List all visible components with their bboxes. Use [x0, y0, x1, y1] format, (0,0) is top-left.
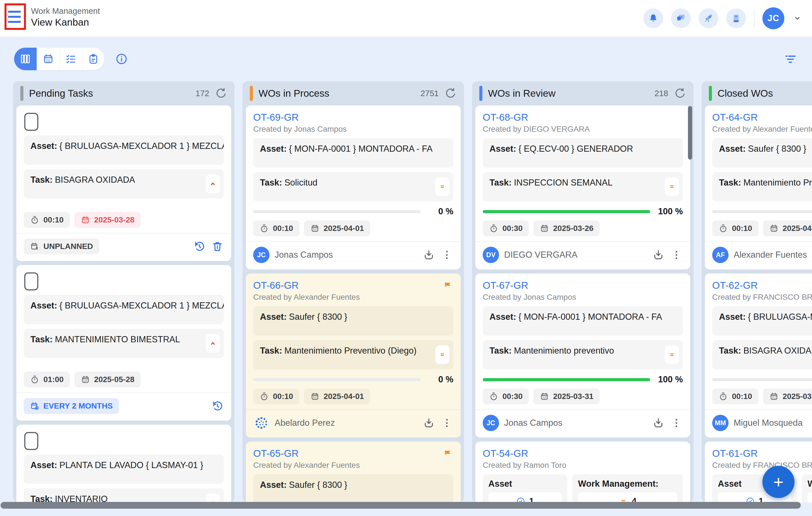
- account-menu-button[interactable]: [792, 13, 803, 23]
- progress-track: [712, 210, 812, 213]
- progress-percent: 0 %: [428, 206, 453, 217]
- field-value: INVENTARIO: [55, 494, 108, 503]
- priority-button[interactable]: [665, 345, 679, 364]
- work-order-card[interactable]: OT-65-GR Created by Alexander Fuentes As…: [246, 441, 461, 503]
- column-scrollbar-thumb[interactable]: [688, 106, 692, 160]
- rocket-icon: [703, 13, 714, 24]
- download-button[interactable]: [422, 249, 435, 261]
- column-refresh-button[interactable]: [674, 87, 686, 99]
- chevron-up-icon: [209, 180, 217, 188]
- flag-icon: [443, 449, 453, 460]
- docs-button[interactable]: [726, 8, 746, 28]
- work-order-link[interactable]: OT-66-GR: [253, 279, 298, 291]
- progress-row: 0 %: [253, 374, 453, 384]
- column-refresh-button[interactable]: [215, 87, 227, 99]
- clipboard-view-button[interactable]: [82, 48, 104, 70]
- task-checkbox[interactable]: [24, 432, 38, 450]
- chips-row: 00:10 2025-04-01: [253, 221, 453, 236]
- field-value: { BRULUAGSA-MEXCLADOR 1 } MEZCLADOR 1: [59, 300, 224, 311]
- history-button[interactable]: [211, 400, 224, 412]
- task-card[interactable]: Asset:{ BRULUAGSA-MEXCLADOR 1 } MEZCLADO…: [16, 106, 231, 261]
- task-field: Task:Mantenimiento Preventivo: [712, 172, 812, 201]
- card-menu-button[interactable]: [440, 417, 453, 429]
- estimated-time-chip: 00:10: [253, 389, 299, 404]
- card-footer: UNPLANNED: [24, 237, 224, 255]
- delete-button[interactable]: [211, 240, 224, 253]
- column-refresh-button[interactable]: [444, 87, 457, 99]
- task-card[interactable]: Asset:PLANTA DE LAVADO { LASMAY-01 } Tas…: [16, 425, 231, 503]
- whats-new-button[interactable]: [699, 8, 718, 28]
- work-order-card[interactable]: OT-64-GR Created by Alexander Fuentes As…: [705, 106, 812, 269]
- filter-button[interactable]: [783, 52, 798, 66]
- progress-row: 100 %: [483, 206, 683, 217]
- progress-percent: 100 %: [657, 206, 683, 217]
- column-title: Closed WOs: [718, 88, 812, 99]
- work-order-link[interactable]: OT-68-GR: [483, 111, 528, 123]
- column-title: WOs in Process: [259, 88, 415, 99]
- chips-row: 00:30 2025-03-31: [483, 389, 683, 404]
- work-order-link[interactable]: OT-67-GR: [483, 279, 528, 291]
- task-field: Task:Solicitud: [253, 172, 453, 201]
- kanban-view-button[interactable]: [14, 48, 37, 70]
- notifications-button[interactable]: [643, 8, 663, 28]
- work-order-card[interactable]: OT-67-GR Created by Jonas Campos Asset:{…: [475, 274, 690, 438]
- progress-track: [483, 378, 650, 381]
- card-divider: [475, 241, 690, 242]
- list-view-button[interactable]: [59, 48, 82, 70]
- download-button[interactable]: [652, 249, 665, 261]
- due-date-chip: 2025-05-28: [75, 372, 141, 388]
- work-order-card[interactable]: OT-69-GR Created by Jonas Campos Asset:{…: [246, 106, 461, 269]
- chat-assistant-button[interactable]: [671, 8, 691, 28]
- info-button[interactable]: [115, 53, 128, 65]
- priority-button[interactable]: [435, 345, 450, 364]
- work-order-link[interactable]: OT-62-GR: [712, 279, 758, 291]
- horizontal-scrollbar[interactable]: [1, 502, 801, 509]
- priority-button[interactable]: [206, 175, 220, 193]
- column-header: WOs in Process 2751: [242, 81, 464, 106]
- work-order-link[interactable]: OT-69-GR: [253, 111, 298, 123]
- download-button[interactable]: [652, 417, 665, 429]
- work-order-card[interactable]: OT-62-GR Created by FRANCISCO BRU Asset:…: [705, 274, 812, 438]
- column-accent-bar: [250, 86, 253, 101]
- kanban-board: Pending Tasks 172 Asset:{ BRULUAGSA-MEXC…: [0, 81, 812, 503]
- work-order-card[interactable]: OT-68-GR Created by DIEGO VERGARA Asset:…: [475, 106, 690, 269]
- field-label: Task:: [489, 178, 512, 188]
- chips-row: 01:00 2025-05-28: [24, 372, 224, 388]
- add-work-order-button[interactable]: +: [762, 466, 794, 498]
- card-menu-button[interactable]: [670, 417, 683, 429]
- work-order-summary-card[interactable]: OT-54-GR Created by Ramon Toro Asset 1 W…: [475, 441, 690, 503]
- work-order-card[interactable]: OT-66-GR Created by Alexander Fuentes As…: [246, 274, 461, 438]
- work-order-summary-card[interactable]: OT-61-GR Created by FRANCISCO BRU Asset …: [705, 441, 812, 503]
- info-icon: [115, 53, 128, 65]
- calendar-view-button[interactable]: [37, 48, 59, 70]
- task-checkbox[interactable]: [24, 113, 38, 131]
- work-order-link[interactable]: OT-64-GR: [712, 111, 758, 123]
- column-cards: OT-69-GR Created by Jonas Campos Asset:{…: [242, 106, 464, 503]
- work-order-link[interactable]: OT-54-GR: [483, 447, 528, 460]
- task-checkbox[interactable]: [24, 273, 38, 290]
- calendar-icon: [769, 392, 779, 401]
- field-value: BISAGRA OXIDADA: [744, 346, 812, 355]
- chevron-up-icon: [209, 339, 217, 348]
- due-date-chip: 2025-03-31: [533, 389, 600, 404]
- flag-icon-wrap: [443, 281, 453, 293]
- field-value: { BRULUAGSA-MEXCLADOR 1 } MEZCLADOR 1: [59, 141, 224, 151]
- field-value: Saufer { 8300 }: [289, 312, 347, 322]
- stopwatch-icon: [259, 224, 269, 233]
- priority-button[interactable]: [206, 334, 220, 353]
- history-button[interactable]: [193, 240, 206, 253]
- calendar-icon: [310, 392, 320, 401]
- download-button[interactable]: [422, 417, 435, 429]
- task-card[interactable]: Asset:{ BRULUAGSA-MEXCLADOR 1 } MEZCLADO…: [16, 265, 231, 421]
- priority-button[interactable]: [665, 177, 679, 196]
- priority-button[interactable]: [435, 177, 450, 196]
- stopwatch-icon: [30, 375, 39, 384]
- summary-boxes: Asset 1 Work Management: 4: [483, 474, 683, 503]
- work-order-link[interactable]: OT-61-GR: [712, 447, 758, 460]
- work-order-link[interactable]: OT-65-GR: [253, 447, 298, 460]
- card-menu-button[interactable]: [440, 249, 453, 261]
- card-menu-button[interactable]: [670, 249, 683, 261]
- priority-button[interactable]: [206, 494, 220, 503]
- user-avatar[interactable]: JC: [762, 7, 784, 29]
- progress-fill: [483, 378, 650, 381]
